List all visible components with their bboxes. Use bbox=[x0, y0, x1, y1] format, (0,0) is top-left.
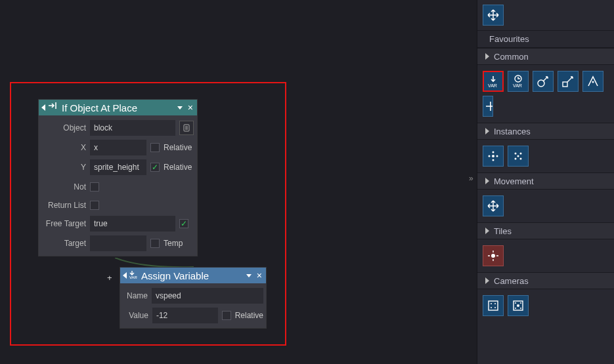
svg-point-12 bbox=[489, 155, 491, 157]
set-direction-action-icon[interactable] bbox=[533, 71, 554, 92]
play-icon bbox=[41, 104, 45, 111]
target-label: Target bbox=[41, 239, 86, 248]
svg-point-13 bbox=[496, 155, 498, 157]
freetarget-label: Free Target bbox=[41, 219, 86, 228]
play-icon bbox=[123, 272, 127, 279]
freetarget-input[interactable] bbox=[90, 216, 175, 232]
category-common[interactable]: Common bbox=[477, 48, 614, 65]
not-label: Not bbox=[41, 182, 86, 192]
svg-point-26 bbox=[494, 307, 496, 308]
move-action-icon[interactable] bbox=[483, 5, 504, 26]
value-relative-checkbox[interactable] bbox=[222, 311, 231, 320]
value-label: Value bbox=[123, 311, 148, 320]
svg-point-20 bbox=[517, 155, 519, 157]
object-picker-button[interactable] bbox=[179, 121, 194, 135]
close-icon[interactable]: × bbox=[255, 270, 263, 281]
svg-point-19 bbox=[520, 158, 522, 160]
movement-action-icon[interactable] bbox=[483, 195, 504, 216]
add-chain-button[interactable]: + bbox=[107, 273, 112, 283]
not-checkbox[interactable] bbox=[90, 182, 99, 192]
instance-create-action-icon[interactable] bbox=[483, 146, 504, 167]
temp-label: Temp bbox=[164, 239, 183, 248]
svg-rect-9 bbox=[563, 82, 567, 87]
value-input[interactable] bbox=[152, 308, 218, 323]
svg-point-21 bbox=[491, 254, 495, 258]
tile-action-icon[interactable] bbox=[483, 245, 504, 266]
chevron-right-icon bbox=[485, 277, 489, 284]
name-label: Name bbox=[123, 291, 148, 300]
get-variable-action-icon[interactable]: VAR bbox=[508, 71, 529, 92]
svg-point-10 bbox=[592, 81, 594, 83]
camera-view-action-icon[interactable] bbox=[483, 295, 504, 316]
x-relative-checkbox[interactable] bbox=[150, 143, 160, 152]
svg-point-24 bbox=[494, 303, 496, 304]
svg-point-17 bbox=[520, 153, 522, 155]
x-label: X bbox=[41, 143, 86, 152]
freetarget-checkbox[interactable] bbox=[179, 219, 188, 228]
chevron-right-icon bbox=[485, 53, 489, 60]
partial-action-icon[interactable] bbox=[483, 96, 493, 117]
chevron-down-icon[interactable] bbox=[177, 106, 183, 110]
node-if-object-at-place[interactable]: If Object At Place × Object X Relative Y bbox=[38, 99, 198, 256]
object-label: Object bbox=[41, 123, 86, 132]
collapse-handle[interactable]: » bbox=[469, 174, 477, 182]
svg-text:VAR: VAR bbox=[513, 83, 522, 88]
svg-point-14 bbox=[493, 152, 494, 153]
close-icon[interactable]: × bbox=[186, 102, 194, 113]
svg-point-31 bbox=[515, 308, 516, 309]
chevron-right-icon bbox=[485, 178, 489, 184]
svg-point-25 bbox=[491, 307, 492, 308]
node-header[interactable]: If Object At Place × bbox=[39, 100, 197, 115]
node-assign-variable[interactable]: VAR Assign Variable × Name Value Relativ… bbox=[120, 267, 267, 329]
y-input[interactable] bbox=[90, 159, 146, 175]
category-tiles[interactable]: Tiles bbox=[477, 222, 614, 239]
svg-point-32 bbox=[520, 308, 521, 309]
x-relative-label: Relative bbox=[164, 143, 192, 152]
y-relative-checkbox[interactable] bbox=[150, 163, 160, 172]
y-label: Y bbox=[41, 163, 86, 172]
toolbox-panel: Favourites Common VAR VAR Instances bbox=[477, 0, 614, 364]
node-header[interactable]: VAR Assign Variable × bbox=[120, 268, 266, 283]
svg-point-11 bbox=[492, 155, 494, 157]
temp-checkbox[interactable] bbox=[150, 239, 160, 248]
category-movement[interactable]: Movement bbox=[477, 172, 614, 190]
x-input[interactable] bbox=[90, 140, 146, 155]
svg-point-30 bbox=[520, 302, 521, 304]
camera-grid-action-icon[interactable] bbox=[508, 295, 529, 316]
value-relative-label: Relative bbox=[235, 311, 263, 320]
svg-point-29 bbox=[515, 302, 516, 304]
target-input[interactable] bbox=[90, 235, 146, 251]
svg-point-16 bbox=[515, 153, 517, 155]
object-input[interactable] bbox=[90, 120, 175, 136]
svg-rect-22 bbox=[489, 301, 498, 310]
path-action-icon[interactable] bbox=[582, 71, 603, 92]
node-title: If Object At Place bbox=[62, 102, 173, 113]
assign-variable-action-icon[interactable]: VAR bbox=[483, 71, 504, 92]
svg-text:VAR: VAR bbox=[129, 275, 138, 279]
svg-point-18 bbox=[515, 158, 517, 160]
name-input[interactable] bbox=[152, 288, 263, 304]
returnlist-label: Return List bbox=[41, 201, 86, 210]
chevron-right-icon bbox=[485, 228, 489, 234]
category-instances[interactable]: Instances bbox=[477, 123, 614, 140]
svg-point-15 bbox=[493, 159, 494, 161]
svg-point-28 bbox=[517, 304, 519, 307]
chevron-down-icon[interactable] bbox=[246, 274, 252, 277]
node-title: Assign Variable bbox=[141, 270, 242, 281]
svg-point-23 bbox=[491, 303, 492, 304]
chevron-right-icon bbox=[485, 128, 489, 134]
returnlist-checkbox[interactable] bbox=[90, 201, 99, 210]
svg-text:VAR: VAR bbox=[488, 83, 497, 88]
category-cameras[interactable]: Cameras bbox=[477, 272, 614, 289]
instance-destroy-action-icon[interactable] bbox=[508, 146, 529, 167]
favourites-label[interactable]: Favourites bbox=[477, 31, 614, 48]
var-icon: VAR bbox=[129, 270, 141, 281]
y-relative-label: Relative bbox=[164, 163, 192, 172]
exec-icon bbox=[48, 102, 62, 114]
set-speed-action-icon[interactable] bbox=[558, 71, 579, 92]
